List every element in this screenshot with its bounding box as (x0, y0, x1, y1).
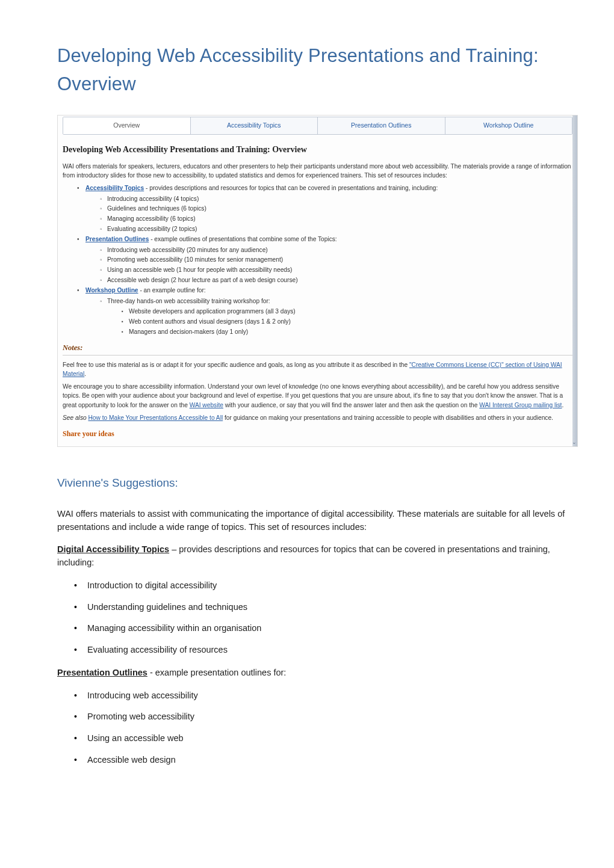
topics-list: Introduction to digital accessibility Un… (74, 579, 578, 657)
link-workshop-outline[interactable]: Workshop Outline (85, 287, 138, 294)
tab-workshop-outline[interactable]: Workshop Outline (445, 117, 572, 134)
link-accessibility-topics[interactable]: Accessibility Topics (85, 185, 144, 191)
scroll-down-icon[interactable]: ⌄ (572, 438, 577, 446)
link-wai-website[interactable]: WAI website (190, 402, 223, 408)
link-presentation-outlines[interactable]: Presentation Outlines (85, 236, 149, 242)
link-accessible-presentations[interactable]: How to Make Your Presentations Accessibl… (88, 414, 223, 421)
tab-overview[interactable]: Overview (63, 117, 191, 134)
tab-bar: Overview Accessibility Topics Presentati… (63, 117, 572, 135)
sc-sec2-item: Promoting web accessibility (10 minutes … (101, 255, 572, 264)
list-item: Understanding guidelines and techniques (74, 601, 578, 614)
sc-sec2-rest: - example outlines of presentations that… (149, 236, 336, 242)
sc-sec1-item: Managing accessibility (6 topics) (101, 214, 572, 223)
sc-sec2-item: Accessible web design (2 hour lecture as… (101, 275, 572, 285)
list-item: Introducing web accessibility (74, 689, 578, 703)
sc-sec3-rest: - an example outline for: (138, 287, 206, 294)
tab-presentation-outlines[interactable]: Presentation Outlines (318, 117, 445, 134)
list-item: Managing accessibility within an organis… (74, 622, 578, 635)
sc-sec2-item: Using an accessible web (1 hour for peop… (101, 265, 572, 274)
sc-sec1-item: Guidelines and techniques (6 topics) (101, 204, 572, 213)
outlines-label: Presentation Outlines (57, 668, 147, 677)
sc-sec3-item: Web content authors and visual designers… (123, 317, 572, 326)
sc-sec-workshop-outline: Workshop Outline - an example outline fo… (79, 286, 572, 336)
list-item: Evaluating accessibility of resources (74, 644, 578, 657)
suggestions-intro: WAI offers materials to assist with comm… (57, 508, 578, 534)
sc-sec2-item: Introducing web accessibility (20 minute… (101, 245, 572, 254)
sc-sec3-lead: Three-day hands-on web accessibility tra… (101, 297, 572, 336)
sc-sec1-item: Introducing accessibility (4 topics) (101, 194, 572, 203)
tab-accessibility-topics[interactable]: Accessibility Topics (191, 117, 318, 134)
sc-sec-presentation-outlines: Presentation Outlines - example outlines… (79, 235, 572, 285)
outlines-rest: - example presentation outlines for: (147, 668, 287, 677)
sc-sec1-item: Evaluating accessibility (2 topics) (101, 224, 572, 233)
list-item: Accessible web design (74, 754, 578, 767)
notes-para-1: Feel free to use this material as is or … (63, 360, 572, 379)
link-wai-ig-list[interactable]: WAI Interest Group mailing list (479, 402, 562, 408)
page-title: Developing Web Accessibility Presentatio… (57, 42, 578, 98)
sc-sec-accessibility-topics: Accessibility Topics - provides descript… (79, 183, 572, 233)
list-item: Promoting web accessibility (74, 710, 578, 724)
embedded-screenshot: Overview Accessibility Topics Presentati… (57, 115, 578, 447)
topics-label: Digital Accessibility Topics (57, 544, 169, 554)
sc-sec3-item: Website developers and application progr… (123, 307, 572, 316)
topics-lead: Digital Accessibility Topics – provides … (57, 543, 578, 570)
outlines-list: Introducing web accessibility Promoting … (74, 689, 578, 767)
notes-para-2: We encourage you to share accessibility … (63, 382, 572, 410)
screenshot-heading: Developing Web Accessibility Presentatio… (63, 143, 572, 156)
notes-para-3: See also How to Make Your Presentations … (63, 413, 572, 422)
sc-sec3-item: Managers and decision-makers (day 1 only… (123, 327, 572, 336)
notes-heading: Notes: (63, 342, 572, 356)
list-item: Introduction to digital accessibility (74, 579, 578, 593)
share-your-ideas[interactable]: Share your ideas (63, 428, 572, 439)
list-item: Using an accessible web (74, 732, 578, 745)
outlines-lead: Presentation Outlines - example presenta… (57, 666, 578, 680)
sc-sec1-rest: - provides descriptions and resources fo… (144, 185, 438, 191)
suggestions-heading: Vivienne's Suggestions: (57, 475, 578, 492)
screenshot-intro: WAI offers materials for speakers, lectu… (63, 162, 572, 180)
